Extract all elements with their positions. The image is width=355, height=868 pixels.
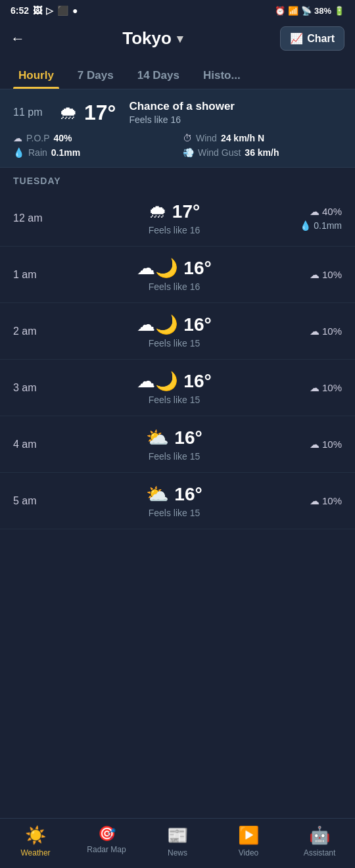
hourly-weather-icon: ☁🌙	[137, 257, 178, 279]
signal-icon: 📡	[301, 6, 312, 16]
nav-video[interactable]: ▶️ Video	[222, 825, 275, 857]
alarm-icon: ⏰	[275, 6, 285, 16]
tab-14days[interactable]: 14 Days	[126, 60, 191, 89]
status-bar: 6:52 🖼 ▷ ⬛ ● ⏰ 📶 📡 38% 🔋	[0, 0, 355, 20]
assistant-nav-icon: 🤖	[309, 825, 330, 846]
wind-gust-label: Wind Gust	[198, 147, 241, 158]
hourly-feels-like: Feels like 15	[149, 451, 201, 462]
tab-history[interactable]: Histo...	[191, 60, 252, 89]
wind-value: 24 km/h N	[221, 133, 264, 143]
nav-assistant[interactable]: 🤖 Assistant	[293, 825, 346, 857]
hourly-time: 5 am	[13, 495, 59, 507]
dot-icon: ●	[72, 5, 78, 16]
hourly-pop: ☁ 10%	[310, 495, 342, 507]
hourly-time: 2 am	[13, 326, 59, 337]
pop-value: 40%	[322, 206, 342, 217]
hourly-row[interactable]: 5 am ⛅ 16° Feels like 15 ☁ 10%	[0, 473, 355, 529]
cloud-icon: ☁	[310, 326, 320, 337]
rain-value: 0.1mm	[51, 147, 80, 158]
hourly-weather-icon: ⛅	[146, 483, 169, 505]
hourly-right: ☁ 10%	[289, 439, 342, 450]
hourly-pop: ☁ 10%	[310, 382, 342, 394]
hourly-right: ☁ 10%	[289, 326, 342, 337]
hourly-temp: 16°	[183, 258, 211, 279]
pop-value: 10%	[322, 439, 342, 450]
hourly-time: 12 am	[13, 212, 59, 224]
hourly-temp: 16°	[174, 427, 202, 448]
assistant-nav-label: Assistant	[304, 848, 336, 857]
wind-icon: ⏱	[183, 133, 192, 143]
hourly-temp: 16°	[174, 484, 202, 505]
hourly-feels-like: Feels like 15	[149, 508, 201, 518]
hourly-row[interactable]: 12 am 🌧 17° Feels like 16 ☁ 40% 💧 0.1mm	[0, 190, 355, 247]
hourly-center: ⛅ 16° Feels like 15	[59, 427, 289, 462]
hourly-temp: 16°	[183, 314, 211, 335]
hourly-right: ☁ 40% 💧 0.1mm	[289, 206, 342, 231]
status-time: 6:52	[11, 5, 29, 16]
radar-nav-icon: 🎯	[98, 825, 116, 842]
video-nav-label: Video	[239, 848, 258, 857]
cloud-icon: ☁	[310, 269, 320, 281]
hourly-temp: 16°	[183, 371, 211, 392]
hourly-feels-like: Feels like 15	[149, 395, 201, 405]
wind-label: Wind	[196, 133, 217, 143]
cloud-icon: ☁	[310, 206, 320, 218]
hourly-list: 12 am 🌧 17° Feels like 16 ☁ 40% 💧 0.1mm	[0, 190, 355, 529]
current-weather-icon: 🌧	[59, 102, 78, 124]
hourly-weather-icon: ⛅	[146, 427, 169, 448]
hourly-center: ☁🌙 16° Feels like 16	[59, 257, 289, 292]
back-button[interactable]: ←	[11, 30, 25, 47]
rain-value: 0.1mm	[314, 220, 342, 231]
chart-icon: 📈	[290, 32, 303, 45]
hourly-feels-like: Feels like 16	[149, 225, 201, 235]
hourly-right: ☁ 10%	[289, 269, 342, 281]
hourly-feels-like: Feels like 15	[149, 338, 201, 349]
nav-radar[interactable]: 🎯 Radar Map	[80, 825, 133, 857]
hourly-pop: ☁ 40%	[310, 206, 342, 218]
current-details: ☁ P.O.P 40% ⏱ Wind 24 km/h N 💧 Rain 0.1m…	[13, 133, 342, 158]
radar-nav-label: Radar Map	[87, 845, 126, 854]
hourly-row[interactable]: 1 am ☁🌙 16° Feels like 16 ☁ 10%	[0, 247, 355, 303]
hourly-time: 4 am	[13, 439, 59, 450]
header: ← Tokyo ▾ 📈 Chart	[0, 20, 355, 60]
hourly-center: ⛅ 16° Feels like 15	[59, 483, 289, 518]
rain-drop-icon: 💧	[300, 220, 311, 231]
hourly-pop: ☁ 10%	[310, 439, 342, 450]
current-time: 11 pm	[13, 107, 53, 118]
hourly-row[interactable]: 4 am ⛅ 16° Feels like 15 ☁ 10%	[0, 416, 355, 473]
hourly-pop: ☁ 10%	[310, 326, 342, 337]
hourly-weather-icon: ☁🌙	[137, 314, 178, 335]
nav-news[interactable]: 📰 News	[151, 825, 204, 857]
weather-nav-label: Weather	[20, 848, 50, 857]
hourly-row[interactable]: 2 am ☁🌙 16° Feels like 15 ☁ 10%	[0, 303, 355, 360]
wind-gust-value: 36 km/h	[245, 147, 279, 158]
pop-value: 40%	[54, 133, 72, 143]
city-title[interactable]: Tokyo ▾	[122, 28, 183, 49]
record-icon: ⬛	[57, 5, 68, 16]
hourly-time: 1 am	[13, 269, 59, 281]
hourly-weather-icon: ☁🌙	[137, 370, 178, 392]
video-nav-icon: ▶️	[238, 825, 259, 846]
rain-label: Rain	[28, 147, 47, 158]
photo-icon: 🖼	[33, 5, 42, 16]
current-weather-block: 11 pm 🌧 17° Chance of a shower Feels lik…	[0, 89, 355, 168]
wifi-icon: 📶	[288, 6, 298, 16]
chart-label: Chart	[307, 33, 335, 45]
hourly-center: 🌧 17° Feels like 16	[59, 201, 289, 235]
hourly-pop: ☁ 10%	[310, 269, 342, 281]
hourly-weather-icon: 🌧	[149, 201, 167, 222]
wind-gust-icon: 💨	[183, 147, 194, 158]
bottom-nav: ☀️ Weather 🎯 Radar Map 📰 News ▶️ Video 🤖…	[0, 818, 355, 868]
current-condition: Chance of a shower	[129, 100, 235, 113]
tab-hourly[interactable]: Hourly	[7, 60, 66, 89]
hourly-right: ☁ 10%	[289, 382, 342, 394]
hourly-feels-like: Feels like 16	[149, 281, 201, 292]
cloud-icon: ☁	[310, 382, 320, 394]
pop-icon: ☁	[13, 133, 22, 143]
cast-icon: ▷	[46, 5, 53, 16]
nav-weather[interactable]: ☀️ Weather	[9, 825, 62, 857]
chart-button[interactable]: 📈 Chart	[280, 26, 344, 51]
hourly-row[interactable]: 3 am ☁🌙 16° Feels like 15 ☁ 10%	[0, 360, 355, 416]
tab-7days[interactable]: 7 Days	[66, 60, 126, 89]
tab-bar: Hourly 7 Days 14 Days Histo...	[0, 60, 355, 89]
